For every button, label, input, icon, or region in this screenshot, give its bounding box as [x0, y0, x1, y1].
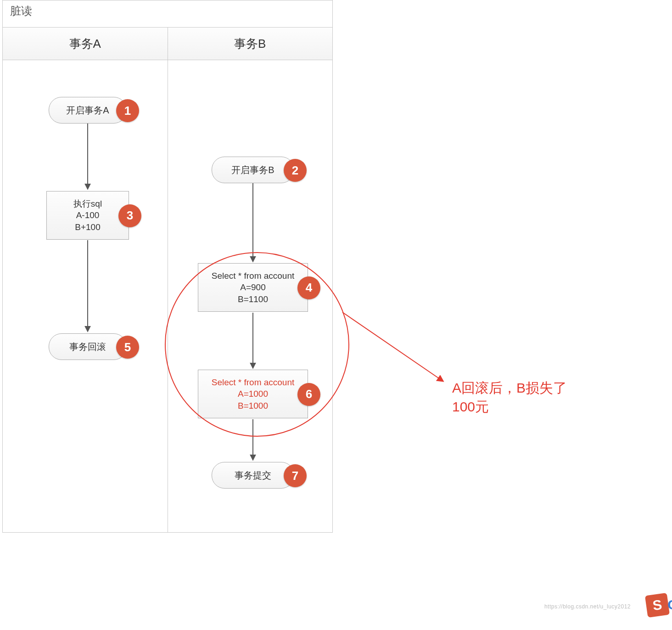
node-select1-b-line1: Select * from account: [212, 270, 295, 282]
column-header-row: 事务A 事务B: [3, 27, 332, 60]
logo: S C: [643, 591, 672, 620]
node-commit-b: 事务提交 7: [212, 462, 294, 489]
column-header-a: 事务A: [3, 28, 168, 60]
node-select1-b-line3: B=1100: [238, 293, 268, 305]
badge-3: 3: [118, 204, 141, 227]
column-header-b: 事务B: [168, 28, 333, 60]
node-select2-b-line3: B=1000: [238, 400, 268, 412]
logo-c: C: [667, 597, 672, 613]
node-commit-b-label: 事务提交: [235, 469, 271, 482]
badge-5: 5: [116, 336, 139, 359]
node-start-a: 开启事务A 1: [49, 97, 127, 124]
logo-s: S: [645, 593, 670, 618]
annotation-line1: A回滚后，B损失了: [452, 379, 567, 398]
node-select1-b-line2: A=900: [240, 281, 265, 293]
badge-2: 2: [284, 159, 307, 182]
node-select2-b-line1: Select * from account: [212, 377, 295, 388]
diagram-canvas: 脏读 事务A 事务B 开启事务A 1 执行sq: [0, 0, 672, 630]
badge-6: 6: [297, 383, 320, 406]
annotation-line2: 100元: [452, 398, 567, 416]
panel-title: 脏读: [10, 4, 32, 18]
node-start-b: 开启事务B 2: [212, 157, 294, 183]
svg-line-6: [342, 312, 443, 381]
node-start-b-label: 开启事务B: [231, 164, 274, 176]
annotation-text: A回滚后，B损失了 100元: [452, 379, 567, 416]
node-sql-a-line1: 执行sql: [73, 198, 102, 210]
watermark: https://blog.csdn.net/u_lucy2012: [544, 603, 631, 610]
node-sql-a-line2: A-100: [76, 209, 100, 221]
node-select1-b: Select * from account A=900 B=1100 4: [198, 263, 308, 312]
node-select2-b-line2: A=1000: [238, 388, 268, 400]
diagram-panel: 脏读 事务A 事务B 开启事务A 1 执行sq: [2, 0, 333, 533]
badge-7: 7: [284, 464, 307, 487]
node-sql-a-line3: B+100: [75, 221, 100, 233]
node-select2-b: Select * from account A=1000 B=1000 6: [198, 370, 308, 418]
node-sql-a: 执行sql A-100 B+100 3: [46, 191, 129, 240]
column-divider: [168, 59, 168, 532]
node-rollback-a-label: 事务回滚: [69, 341, 106, 353]
badge-4: 4: [297, 276, 320, 299]
node-start-a-label: 开启事务A: [66, 104, 109, 117]
node-rollback-a: 事务回滚 5: [49, 333, 127, 360]
badge-1: 1: [116, 99, 139, 122]
